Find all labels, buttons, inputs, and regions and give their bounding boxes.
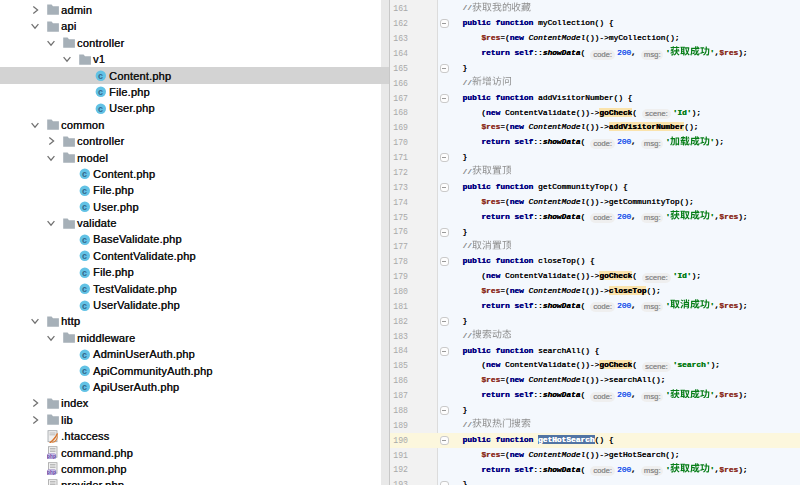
svg-text:c: c [82,366,87,376]
svg-text:c: c [82,284,87,294]
svg-text:php: php [47,470,56,475]
svg-text:c: c [82,382,87,392]
svg-text:c: c [98,104,103,114]
svg-text:c: c [82,235,87,245]
svg-text:c: c [82,349,87,359]
svg-text:c: c [82,202,87,212]
svg-text:php: php [47,454,56,459]
svg-text:c: c [98,71,103,81]
svg-text:c: c [82,251,87,261]
svg-text:c: c [82,300,87,310]
svg-text:c: c [82,169,87,179]
svg-text:c: c [98,87,103,97]
svg-text:c: c [82,185,87,195]
svg-text:c: c [82,267,87,277]
